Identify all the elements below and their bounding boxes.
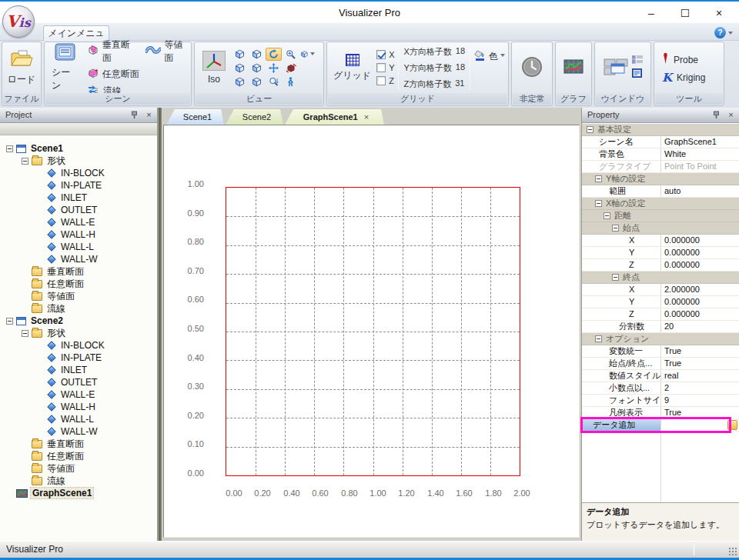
tree-expander-icon[interactable] bbox=[22, 330, 28, 337]
close-button[interactable]: × bbox=[702, 3, 736, 23]
cube-6-button[interactable] bbox=[249, 75, 265, 88]
tree-item[interactable]: WALL-W bbox=[0, 253, 157, 265]
property-row[interactable]: データ追加 bbox=[582, 419, 739, 432]
tree-item[interactable]: GraphScene1 bbox=[0, 487, 157, 499]
graph-scene-canvas[interactable]: 1.000.900.800.700.600.500.400.300.200.10… bbox=[163, 125, 580, 538]
tree-item[interactable]: IN-BLOCK bbox=[0, 339, 157, 352]
arbitrary-section-button[interactable]: 任意断面 bbox=[85, 67, 141, 82]
cube-5-button[interactable] bbox=[232, 75, 248, 88]
property-group-row[interactable]: 基本設定 bbox=[582, 124, 739, 136]
property-row[interactable]: 始点/終点...True bbox=[582, 358, 739, 370]
tree-item[interactable]: 流線 bbox=[0, 302, 157, 315]
cube-4-button[interactable] bbox=[249, 62, 265, 75]
app-logo-icon[interactable]: Vis bbox=[2, 5, 35, 38]
tab-close-icon[interactable]: × bbox=[363, 112, 370, 122]
property-value[interactable]: real bbox=[660, 370, 739, 382]
tree-item[interactable]: 等値面 bbox=[0, 290, 157, 302]
scene-button[interactable]: シーン bbox=[48, 42, 82, 94]
graph-button[interactable]: グラフ bbox=[557, 93, 590, 105]
tree-item[interactable]: OUTLET bbox=[0, 376, 157, 388]
property-value[interactable]: 0.000000 bbox=[660, 308, 739, 320]
collapse-expander-icon[interactable] bbox=[612, 225, 619, 232]
property-row[interactable]: フォントサイズ9 bbox=[582, 395, 739, 407]
close-icon[interactable]: × bbox=[726, 110, 736, 120]
tree-item[interactable]: WALL-L bbox=[0, 241, 157, 253]
axis-checkbox-x[interactable]: X bbox=[376, 50, 394, 59]
collapse-expander-icon[interactable] bbox=[587, 126, 594, 133]
property-row[interactable]: X2.000000 bbox=[582, 284, 739, 296]
tree-item[interactable]: WALL-L bbox=[0, 413, 157, 425]
property-row[interactable]: 変数統一True bbox=[582, 345, 739, 358]
minimize-button[interactable]: – bbox=[634, 3, 668, 23]
help-icon[interactable]: ? bbox=[714, 27, 726, 38]
property-value[interactable]: 20 bbox=[660, 321, 739, 332]
isosurface-button[interactable]: 等値面 bbox=[144, 38, 191, 65]
tab-scene1[interactable]: Scene1 bbox=[166, 109, 224, 125]
tree-expander-icon[interactable] bbox=[6, 318, 13, 325]
tree-item[interactable]: 等値面 bbox=[0, 462, 157, 475]
close-icon[interactable]: × bbox=[144, 110, 154, 120]
cube-3-button[interactable] bbox=[232, 62, 248, 75]
property-group-row[interactable]: 距離 bbox=[582, 210, 739, 222]
checkbox-icon[interactable] bbox=[376, 63, 386, 72]
property-group-row[interactable]: 始点 bbox=[582, 222, 739, 235]
collapse-expander-icon[interactable] bbox=[595, 335, 602, 342]
property-row[interactable]: Y0.000000 bbox=[582, 296, 739, 308]
property-value[interactable]: 0.000000 bbox=[660, 296, 739, 308]
resize-grip[interactable] bbox=[728, 547, 737, 556]
property-row[interactable]: グラフタイプPoint To Point bbox=[582, 161, 739, 173]
tree-item[interactable]: WALL-H bbox=[0, 228, 157, 241]
window-doc-icon[interactable] bbox=[632, 68, 643, 80]
tree-item[interactable]: 垂直断面 bbox=[0, 265, 157, 278]
tree-item[interactable]: IN-PLATE bbox=[0, 352, 157, 364]
grid-button[interactable]: グリッド bbox=[330, 52, 374, 84]
property-row[interactable]: 範囲auto bbox=[582, 185, 739, 198]
tab-graphscene1[interactable]: GraphScene1× bbox=[285, 109, 384, 125]
pan-button[interactable] bbox=[266, 62, 282, 75]
tree-item[interactable]: 任意断面 bbox=[0, 450, 157, 462]
iso-view-button[interactable]: Iso bbox=[199, 49, 229, 86]
vertical-section-button[interactable]: 垂直断面 bbox=[85, 38, 138, 65]
property-value[interactable]: True bbox=[660, 358, 739, 369]
window-tiles-icon[interactable] bbox=[604, 57, 628, 79]
cube-dropdown-button[interactable] bbox=[299, 48, 316, 61]
graph-icon[interactable] bbox=[563, 59, 584, 76]
tree-item[interactable]: INLET bbox=[0, 192, 157, 204]
property-group-row[interactable]: X軸の設定 bbox=[582, 198, 739, 210]
property-value[interactable]: True bbox=[660, 407, 739, 418]
property-value[interactable]: Point To Point bbox=[660, 161, 739, 172]
property-value[interactable]: 0.000000 bbox=[660, 259, 739, 271]
refresh-button[interactable] bbox=[266, 48, 282, 61]
property-row[interactable]: 小数点以...2 bbox=[582, 382, 739, 395]
load-button[interactable]: ロード bbox=[5, 48, 39, 88]
collapse-expander-icon[interactable] bbox=[595, 200, 602, 207]
tree-item[interactable]: IN-BLOCK bbox=[0, 167, 157, 179]
tree-item[interactable]: INLET bbox=[0, 364, 157, 376]
color-button[interactable]: 色 bbox=[472, 48, 507, 65]
tree-item[interactable]: Scene1 bbox=[0, 142, 157, 155]
window-list-icon[interactable] bbox=[632, 55, 643, 66]
property-row[interactable]: Y0.000000 bbox=[582, 247, 739, 259]
tree-item[interactable]: Scene2 bbox=[0, 315, 157, 327]
property-value[interactable]: 0.000000 bbox=[660, 247, 739, 258]
rotate-cube-button[interactable] bbox=[283, 62, 299, 75]
property-group-row[interactable]: Y軸の設定 bbox=[582, 173, 739, 185]
property-value[interactable]: 0.000000 bbox=[660, 235, 739, 246]
property-row[interactable]: 分割数20 bbox=[582, 321, 739, 333]
browse-button[interactable] bbox=[727, 420, 737, 430]
grid-count-value[interactable]: 31 bbox=[455, 78, 464, 90]
tree-item[interactable]: WALL-E bbox=[0, 388, 157, 401]
pin-icon[interactable] bbox=[129, 110, 139, 120]
property-row[interactable]: 凡例表示True bbox=[582, 407, 739, 419]
collapse-expander-icon[interactable] bbox=[604, 212, 610, 219]
property-row[interactable]: 背景色White bbox=[582, 148, 739, 161]
tree-item[interactable]: 任意断面 bbox=[0, 278, 157, 290]
property-row[interactable]: シーン名GraphScene1 bbox=[582, 136, 739, 148]
tree-item[interactable]: WALL-E bbox=[0, 216, 157, 228]
tree-item[interactable]: 垂直断面 bbox=[0, 438, 157, 450]
tree-item[interactable]: WALL-H bbox=[0, 401, 157, 413]
property-value[interactable]: 9 bbox=[660, 395, 739, 406]
property-value[interactable]: 2.000000 bbox=[660, 284, 739, 295]
property-group-row[interactable]: オプション bbox=[582, 333, 739, 345]
checkbox-icon[interactable] bbox=[376, 50, 386, 59]
